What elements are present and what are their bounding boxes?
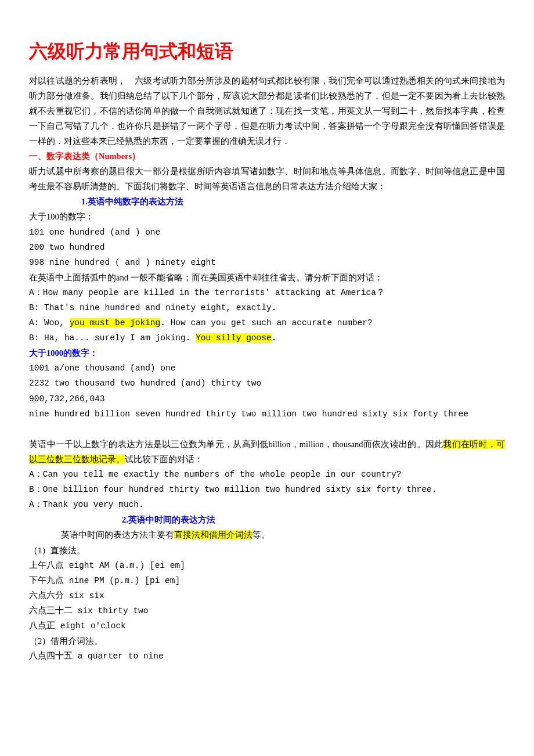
dialog2-a1: A：Can you tell me exactly the numbers of… [29, 467, 505, 482]
dialog1-b2-pre: B: Ha, ha... surely I am joking. [29, 333, 196, 343]
example-200: 200 two hundred [29, 240, 505, 255]
big-number-words: nine hundred billion seven hundred thirt… [29, 406, 505, 422]
dialog1-b2-highlight: You silly goose [196, 333, 272, 343]
dialog1-a2: A: Woo, you must be joking. How can you … [29, 315, 505, 330]
time-intro-post: 等。 [252, 530, 270, 539]
method-1-label: （1）直接法。 [29, 543, 505, 558]
time-8am: 上午八点 eight AM (a.m.) [ei em] [29, 558, 505, 573]
gt100-label: 大于100的数字： [29, 209, 505, 224]
time-quarter-to-nine: 八点四十五 a quarter to nine [29, 649, 505, 664]
dialog2-b1: B：One billion four hundred thirty two mi… [29, 482, 505, 497]
time-six-thirty-two: 六点三十二 six thirty two [29, 603, 505, 618]
example-2232: 2232 two thousand two hundred (and) thir… [29, 376, 505, 391]
thousand-note: 英语中一千以上数字的表达方法是以三位数为单元，从高到低billion，milli… [29, 437, 505, 467]
page-title: 六级听力常用句式和短语 [29, 35, 505, 69]
example-1001: 1001 a/one thousand (and) one [29, 361, 505, 376]
time-intro: 英语中时间的表达方法主要有直接法和借用介词法等。 [29, 527, 505, 542]
thousand-note-pre: 英语中一千以上数字的表达方法是以三位数为单元，从高到低billion，milli… [29, 440, 443, 449]
time-eight-oclock: 八点正 eight o'clock [29, 618, 505, 633]
time-six-six: 六点六分 six six [29, 588, 505, 603]
example-101: 101 one hundred (and ) one [29, 225, 505, 240]
gt1000-heading: 大于1000的数字： [29, 345, 505, 361]
section-1-heading: 一、数字表达类（Numbers） [29, 149, 505, 164]
time-intro-highlight: 直接法和借用介词法 [174, 530, 252, 539]
dialog1-a2-highlight: you must be joking [70, 318, 161, 327]
dialog2-a2: A：Thank you very much. [29, 497, 505, 512]
intro-paragraph: 对以往试题的分析表明， 六级考试听力部分所涉及的题材句式都比较有限，我们完全可以… [29, 73, 505, 149]
method-2-label: （2）借用介词法。 [29, 633, 505, 649]
dialog1-b2-post: . [272, 333, 277, 343]
subsection-2-heading: 2.英语中时间的表达方法 [29, 512, 505, 527]
dialog1-a2-post: . How can you get such an accurate numbe… [160, 318, 372, 327]
big-number: 900,732,266,043 [29, 391, 505, 406]
dialog1-b2: B: Ha, ha... surely I am joking. You sil… [29, 330, 505, 345]
dialog1-a1: A：How many people are killed in the terr… [29, 285, 505, 300]
and-note: 在英语中上面括弧中的and 一般不能省略；而在美国英语中却往往省去。请分析下面的… [29, 270, 505, 285]
time-intro-pre: 英语中时间的表达方法主要有 [61, 530, 174, 539]
subsection-1-heading: 1.英语中纯数字的表达方法 [29, 194, 505, 209]
dialog1-b1: B: That's nine hundred and ninety eight,… [29, 300, 505, 315]
thousand-note-post: 试比较下面的对话： [125, 455, 203, 464]
example-998: 998 nine hundred ( and ) ninety eight [29, 255, 505, 270]
section-1-intro: 听力试题中所考察的题目很大一部分是根据所听内容填写诸如数字、时间和地点等具体信息… [29, 164, 505, 194]
time-9pm: 下午九点 nine PM (p.m.) [pi em] [29, 573, 505, 588]
dialog1-a2-pre: A: Woo, [29, 318, 70, 327]
